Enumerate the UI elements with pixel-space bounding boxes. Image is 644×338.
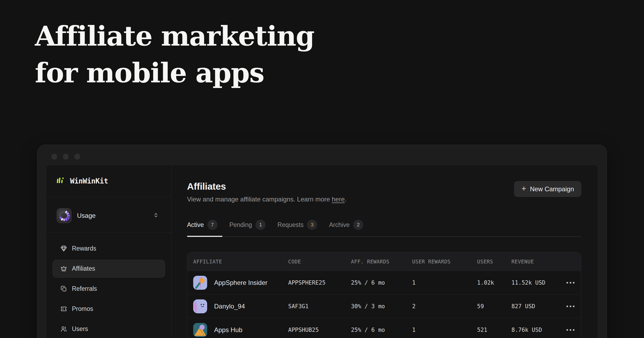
tab-requests[interactable]: Requests3 xyxy=(270,220,322,236)
table-row: Apps HubAPPSHUB2525% / 6 mo15218.76k USD xyxy=(187,318,581,338)
column-header: AFFILIATE xyxy=(193,259,288,264)
column-header: CODE xyxy=(288,259,351,264)
table-row: AppSphere InsiderAPPSPHERE2525% / 6 mo11… xyxy=(187,271,581,294)
new-campaign-button[interactable]: + New Campaign xyxy=(514,181,581,197)
revenue-cell: 827 USD xyxy=(511,303,558,310)
column-header: REVENUE xyxy=(511,259,558,264)
sidebar-item-label: Promos xyxy=(72,305,93,313)
sidebar-nav: RewardsAffiliatesReferralsPromosUsers xyxy=(53,240,165,338)
affiliates-table: AFFILIATECODEAFF. REWARDSUSER REWARDSUSE… xyxy=(187,252,581,338)
crown-icon xyxy=(60,265,67,273)
tab-active[interactable]: Active7 xyxy=(187,220,222,236)
page-title: Affiliates xyxy=(187,181,346,192)
tab-count-badge: 2 xyxy=(353,220,363,230)
column-header: USER REWARDS xyxy=(412,259,477,264)
table-header-row: AFFILIATECODEAFF. REWARDSUSER REWARDSUSE… xyxy=(187,252,581,271)
app-panel: WinWinKit xyxy=(46,165,598,338)
tab-label: Pending xyxy=(229,221,252,229)
copy-icon xyxy=(60,285,67,293)
tab-archive[interactable]: Archive2 xyxy=(322,220,368,236)
sidebar-item-label: Affiliates xyxy=(72,265,95,272)
app-window: WinWinKit xyxy=(37,145,607,338)
headline-line-1: Affiliate marketing xyxy=(35,20,314,52)
sidebar-item-affiliates[interactable]: Affiliates xyxy=(53,260,165,278)
affiliate-code: SAF3G1 xyxy=(288,303,351,310)
user-rewards-cell: 1 xyxy=(412,327,477,333)
table-row: Danylo_94SAF3G130% / 3 mo259827 USD xyxy=(187,294,581,318)
brand-name: WinWinKit xyxy=(70,177,108,185)
hero-headline: Affiliate marketing for mobile apps xyxy=(35,18,314,91)
user-rewards-cell: 2 xyxy=(412,303,477,310)
sidebar-item-referrals[interactable]: Referrals xyxy=(53,280,165,298)
sidebar-divider xyxy=(46,232,171,233)
revenue-cell: 8.76k USD xyxy=(511,327,558,333)
brand-logo: WinWinKit xyxy=(46,165,171,197)
row-menu-button[interactable] xyxy=(558,303,576,310)
affiliate-avatar xyxy=(193,276,207,290)
page-subtitle: View and manage affiliate campaigns. Lea… xyxy=(187,196,346,203)
tab-label: Requests xyxy=(277,221,303,229)
tab-count-badge: 7 xyxy=(207,220,218,230)
plus-icon: + xyxy=(521,185,526,193)
aff-rewards-cell: 30% / 3 mo xyxy=(351,303,412,310)
aff-rewards-cell: 25% / 6 mo xyxy=(351,280,412,286)
tab-count-badge: 3 xyxy=(307,220,317,230)
user-rewards-cell: 1 xyxy=(412,280,477,286)
affiliate-code: APPSHUB25 xyxy=(288,327,351,333)
workspace-label: Usage xyxy=(77,212,147,219)
chevron-up-down-icon xyxy=(153,212,159,219)
gem-icon xyxy=(60,245,67,252)
affiliate-avatar xyxy=(193,299,207,313)
affiliate-name: Apps Hub xyxy=(214,326,242,334)
column-header: AFF. REWARDS xyxy=(351,259,412,264)
headline-line-2: for mobile apps xyxy=(35,57,264,89)
tab-pending[interactable]: Pending1 xyxy=(222,220,270,236)
sidebar-item-rewards[interactable]: Rewards xyxy=(53,240,165,258)
window-controls xyxy=(51,154,80,160)
tab-label: Active xyxy=(187,221,204,229)
affiliate-avatar xyxy=(193,323,207,337)
users-cell: 59 xyxy=(477,303,511,310)
sidebar: WinWinKit xyxy=(46,165,172,338)
affiliate-name: AppSphere Insider xyxy=(214,279,268,286)
ticket-icon xyxy=(60,305,67,313)
traffic-light-icon[interactable] xyxy=(63,154,69,160)
sidebar-item-label: Users xyxy=(72,325,88,333)
learn-more-link[interactable]: here xyxy=(332,196,345,203)
traffic-light-icon[interactable] xyxy=(51,154,57,160)
affiliate-code: APPSPHERE25 xyxy=(288,280,351,286)
affiliate-name: Danylo_94 xyxy=(214,303,245,310)
tab-count-badge: 1 xyxy=(255,220,266,230)
winwinkit-logo-icon xyxy=(56,175,66,186)
sidebar-item-promos[interactable]: Promos xyxy=(53,300,165,318)
tab-label: Archive xyxy=(329,221,350,229)
traffic-light-icon[interactable] xyxy=(74,154,80,160)
sidebar-item-users[interactable]: Users xyxy=(53,320,165,338)
sidebar-item-label: Rewards xyxy=(72,245,96,252)
users-icon xyxy=(60,325,67,333)
main-content: Affiliates View and manage affiliate cam… xyxy=(172,165,598,338)
users-cell: 521 xyxy=(477,327,511,333)
revenue-cell: 11.52k USD xyxy=(511,280,558,286)
workspace-selector[interactable]: Usage xyxy=(53,204,165,227)
usage-app-icon xyxy=(57,208,72,223)
row-menu-button[interactable] xyxy=(558,279,576,286)
column-header: USERS xyxy=(477,259,511,264)
sidebar-item-label: Referrals xyxy=(72,285,97,292)
row-menu-button[interactable] xyxy=(558,326,576,333)
aff-rewards-cell: 25% / 6 mo xyxy=(351,327,412,333)
tab-bar: Active7Pending1Requests3Archive2 xyxy=(187,220,581,237)
users-cell: 1.02k xyxy=(477,280,511,286)
